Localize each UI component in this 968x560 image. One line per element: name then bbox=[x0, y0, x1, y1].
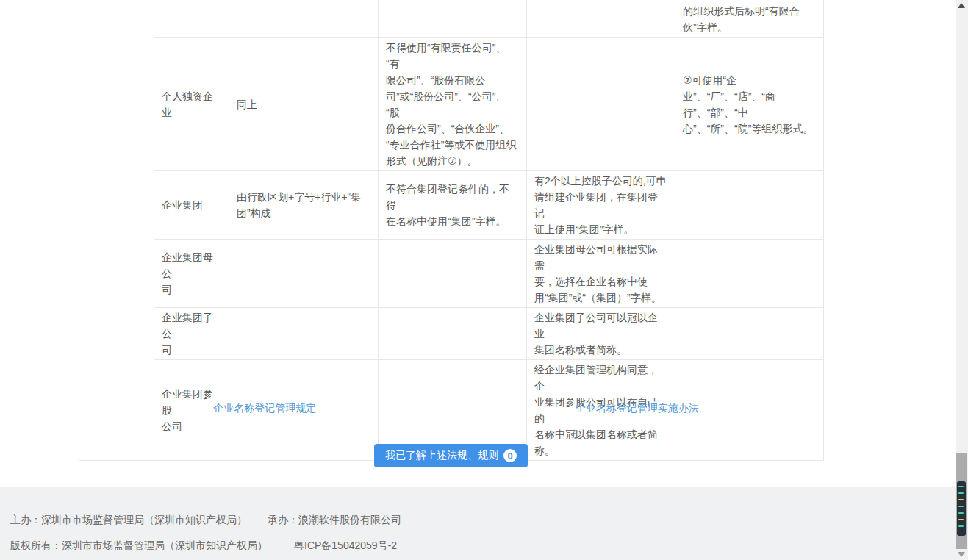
footer-host-line: 主办：深圳市市场监督管理局（深圳市知识产权局）承办：浪潮软件股份有限公司 bbox=[10, 514, 401, 527]
icp-number: 粤ICP备15042059号-2 bbox=[294, 539, 397, 551]
copyright-value: 深圳市市场监督管理局（深圳市知识产权局） bbox=[62, 539, 268, 551]
scrollbar-track[interactable] bbox=[956, 0, 968, 560]
table-cell bbox=[154, 0, 229, 38]
table-cell: 由行政区划+字号+行业+“集 团”构成 bbox=[229, 171, 379, 240]
table-cell bbox=[675, 171, 824, 240]
table-cell-category bbox=[79, 0, 154, 461]
page: 的组织形式后标明“有限合 伙”字样。个人独资企业同上不得使用“有限责任公司”、“… bbox=[0, 0, 968, 560]
table-cell: 同上 bbox=[229, 38, 379, 171]
countdown-badge: 0 bbox=[503, 449, 517, 462]
table-cell: 企业集团母公 司 bbox=[154, 240, 229, 308]
host-value: 深圳市市场监督管理局（深圳市知识产权局） bbox=[41, 514, 247, 525]
table-cell bbox=[527, 38, 675, 171]
scroll-marker-dash bbox=[958, 492, 964, 494]
table-cell: 的组织形式后标明“有限合 伙”字样。 bbox=[675, 0, 824, 38]
table-cell bbox=[379, 240, 527, 308]
scroll-marker-dash bbox=[958, 499, 964, 500]
table-cell bbox=[379, 0, 527, 38]
link-half-left: 企业名称登记管理规定 bbox=[79, 401, 451, 415]
scroll-marker-dash bbox=[958, 512, 964, 514]
footer-copyright-line: 版权所有：深圳市市场监督管理局（深圳市知识产权局）粤ICP备15042059号-… bbox=[10, 539, 397, 553]
rules-table: 的组织形式后标明“有限合 伙”字样。个人独资企业同上不得使用“有限责任公司”、“… bbox=[79, 0, 824, 461]
table-cell: 企业集团子公司可以冠以企业 集团名称或者简称。 bbox=[527, 308, 675, 360]
table-cell: 个人独资企业 bbox=[154, 38, 229, 171]
organizer-label: 承办： bbox=[268, 514, 298, 525]
table-wrap: 的组织形式后标明“有限合 伙”字样。个人独资企业同上不得使用“有限责任公司”、“… bbox=[79, 0, 824, 461]
host-label: 主办： bbox=[10, 514, 41, 525]
scroll-marker-dash bbox=[958, 486, 964, 487]
confirm-button-label: 我已了解上述法规、规则 bbox=[385, 449, 498, 462]
table-body: 的组织形式后标明“有限合 伙”字样。个人独资企业同上不得使用“有限责任公司”、“… bbox=[79, 0, 824, 461]
copyright-label: 版权所有： bbox=[10, 539, 62, 551]
scroll-down-arrow-icon[interactable] bbox=[958, 552, 965, 557]
table-row: 个人独资企业同上不得使用“有限责任公司”、“有 限公司”、“股份有限公 司”或“… bbox=[79, 38, 824, 171]
table-cell: ⑦可使用“企 业”、“厂”、“店”、“商 行”、“部”、“中 心”、“所”、“院… bbox=[675, 38, 824, 171]
link-name-registration-regulation[interactable]: 企业名称登记管理规定 bbox=[213, 402, 316, 414]
table-cell: 企业集团 bbox=[154, 171, 229, 240]
table-cell bbox=[379, 308, 527, 360]
table-cell bbox=[675, 240, 824, 308]
organizer-value: 浪潮软件股份有限公司 bbox=[298, 514, 401, 525]
table-cell bbox=[675, 308, 824, 360]
footer: 主办：深圳市市场监督管理局（深圳市知识产权局）承办：浪潮软件股份有限公司 版权所… bbox=[0, 487, 968, 560]
scroll-marker-dash bbox=[958, 519, 964, 520]
table-cell: 企业集团母公司可根据实际需 要，选择在企业名称中使 用“集团”或“（集团）”字样… bbox=[527, 240, 675, 308]
table-row: 企业集团子公 司企业集团子公司可以冠以企业 集团名称或者简称。 bbox=[79, 308, 824, 360]
table-row: 企业集团由行政区划+字号+行业+“集 团”构成不符合集团登记条件的，不得 在名称… bbox=[79, 171, 824, 240]
table-row: 的组织形式后标明“有限合 伙”字样。 bbox=[79, 0, 824, 38]
links-row: 企业名称登记管理规定 企业名称登记管理实施办法 bbox=[79, 401, 823, 415]
link-implementation-measures[interactable]: 企业名称登记管理实施办法 bbox=[576, 402, 699, 414]
link-half-right: 企业名称登记管理实施办法 bbox=[451, 401, 824, 415]
scroll-marker-dash bbox=[958, 525, 964, 527]
table-cell: 企业集团子公 司 bbox=[154, 308, 229, 360]
table-cell bbox=[527, 0, 675, 38]
table-cell: 不符合集团登记条件的，不得 在名称中使用“集团”字样。 bbox=[379, 171, 527, 240]
table-cell: 有2个以上控股子公司的,可申 请组建企业集团，在集团登记 证上使用“集团”字样。 bbox=[527, 171, 675, 240]
table-row: 企业集团母公 司企业集团母公司可根据实际需 要，选择在企业名称中使 用“集团”或… bbox=[79, 240, 824, 308]
table-cell bbox=[229, 308, 379, 360]
table-cell: 不得使用“有限责任公司”、“有 限公司”、“股份有限公 司”或“股份公司”、“公… bbox=[379, 38, 527, 171]
scroll-up-arrow-icon[interactable] bbox=[958, 3, 965, 8]
scrollbar-thumb[interactable] bbox=[956, 453, 967, 549]
confirm-button[interactable]: 我已了解上述法规、规则 0 bbox=[374, 444, 528, 467]
button-row: 我已了解上述法规、规则 0 bbox=[79, 444, 823, 467]
scroll-marker-dash bbox=[958, 506, 964, 507]
table-cell bbox=[229, 240, 379, 308]
scroll-marker-widget bbox=[957, 481, 966, 536]
table-cell bbox=[229, 0, 379, 38]
